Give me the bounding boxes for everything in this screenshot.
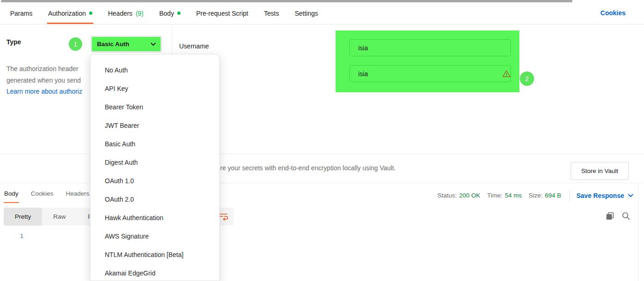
tab-body-label: Body: [159, 10, 174, 17]
tab-pre-request-script[interactable]: Pre-request Script: [195, 4, 249, 24]
status-value: 200 OK: [459, 192, 480, 199]
copy-icon[interactable]: [605, 211, 615, 221]
search-icon[interactable]: [621, 211, 631, 221]
dropdown-option-jwt-bearer[interactable]: JWT Bearer: [90, 116, 219, 135]
dropdown-option-oauth-1[interactable]: OAuth 1.0: [90, 172, 219, 190]
status-label: Status:: [437, 192, 457, 199]
body-dot-icon: [177, 12, 181, 15]
dropdown-option-api-key[interactable]: API Key: [90, 79, 219, 98]
time-value: 54 ms: [505, 192, 522, 199]
dropdown-option-digest-auth[interactable]: Digest Auth: [90, 153, 219, 172]
auth-type-select-highlight: Basic Auth: [92, 37, 161, 51]
tab-authorization-label: Authorization: [48, 10, 86, 17]
auth-type-select[interactable]: Basic Auth: [90, 36, 162, 53]
tutorial-highlight-overlay: [336, 30, 519, 92]
tab-settings-label: Settings: [295, 10, 318, 17]
tab-authorization[interactable]: Authorization: [47, 4, 93, 24]
tab-settings[interactable]: Settings: [294, 4, 319, 24]
auth-type-selected-value: Basic Auth: [97, 41, 129, 48]
auth-type-dropdown-menu: No Auth API Key Bearer Token JWT Bearer …: [90, 54, 220, 281]
postman-request-view: Params Authorization Headers (9) Body Pr…: [0, 0, 644, 281]
dropdown-option-oauth-2[interactable]: OAuth 2.0: [90, 190, 219, 209]
time-label: Time:: [487, 192, 502, 199]
chevron-down-icon: [628, 194, 633, 197]
headers-count-badge: (9): [136, 10, 144, 17]
tab-headers-label: Headers: [108, 10, 132, 17]
editor-line-number: 1: [20, 233, 24, 239]
response-action-icons: [605, 211, 631, 221]
meta-divider: [569, 190, 570, 201]
request-tab-bar: Params Authorization Headers (9) Body Pr…: [9, 4, 319, 24]
response-tab-headers[interactable]: Headers: [66, 188, 90, 203]
tab-pre-request-label: Pre-request Script: [196, 10, 248, 17]
response-meta-bar: Status: 200 OK Time: 54 ms Size: 694 B S…: [437, 190, 633, 201]
response-tab-body[interactable]: Body: [4, 188, 19, 203]
tab-params-label: Params: [10, 10, 32, 17]
response-panel-right-border: [638, 183, 639, 281]
cookies-link[interactable]: Cookies: [601, 9, 626, 17]
dropdown-option-basic-auth[interactable]: Basic Auth: [90, 135, 219, 153]
header-divider: [0, 24, 644, 24]
size-label: Size:: [529, 192, 542, 199]
save-response-label: Save Response: [577, 192, 625, 199]
authorization-dot-icon: [89, 12, 92, 15]
view-tab-pretty[interactable]: Pretty: [4, 208, 42, 226]
dropdown-option-bearer-token[interactable]: Bearer Token: [90, 98, 219, 116]
tab-params[interactable]: Params: [9, 4, 33, 24]
chevron-down-icon: [150, 42, 156, 46]
dropdown-option-ntlm[interactable]: NTLM Authentication [Beta]: [90, 245, 219, 264]
vault-banner-text: re your secrets with end-to-end encrypti…: [220, 164, 396, 172]
response-tab-cookies[interactable]: Cookies: [30, 188, 54, 203]
size-value: 694 B: [545, 192, 561, 199]
store-in-vault-button[interactable]: Store in Vault: [571, 162, 629, 180]
tab-tests[interactable]: Tests: [263, 4, 280, 24]
tab-headers[interactable]: Headers (9): [107, 4, 144, 24]
dropdown-option-aws-signature[interactable]: AWS Signature: [90, 227, 219, 245]
save-response-button[interactable]: Save Response: [577, 192, 634, 199]
password-input[interactable]: [349, 65, 511, 82]
dropdown-option-no-auth[interactable]: No Auth: [90, 61, 219, 79]
username-label: Username: [179, 42, 209, 50]
dropdown-option-hawk[interactable]: Hawk Authentication: [90, 209, 219, 227]
tab-tests-label: Tests: [264, 10, 279, 17]
auth-type-label: Type: [6, 38, 21, 46]
username-input[interactable]: [349, 39, 511, 56]
step-1-badge: 1: [69, 37, 82, 51]
tab-body[interactable]: Body: [158, 4, 181, 24]
response-tab-bar: Body Cookies Headers: [4, 188, 90, 203]
step-2-badge: 2: [520, 72, 534, 86]
warning-icon: [502, 70, 511, 78]
horizontal-scrollbar[interactable]: [1, 0, 572, 2]
dropdown-option-akamai[interactable]: Akamai EdgeGrid: [90, 264, 219, 281]
view-tab-raw[interactable]: Raw: [42, 208, 77, 226]
